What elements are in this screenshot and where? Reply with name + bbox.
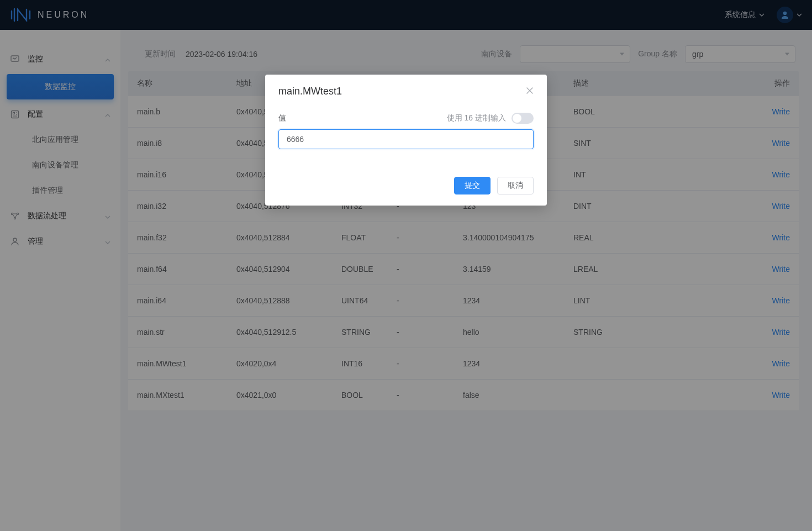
modal-title: main.MWtest1 bbox=[278, 86, 342, 97]
value-label: 值 bbox=[278, 113, 286, 123]
value-input[interactable] bbox=[278, 129, 534, 149]
modal-overlay[interactable]: main.MWtest1 值 使用 16 进制输入 提交 取消 bbox=[0, 0, 812, 531]
hex-input-label: 使用 16 进制输入 bbox=[447, 113, 506, 123]
close-icon[interactable] bbox=[526, 86, 534, 97]
hex-toggle[interactable] bbox=[512, 113, 534, 124]
write-modal: main.MWtest1 值 使用 16 进制输入 提交 取消 bbox=[265, 75, 547, 206]
submit-button[interactable]: 提交 bbox=[454, 177, 491, 194]
cancel-button[interactable]: 取消 bbox=[497, 177, 534, 194]
